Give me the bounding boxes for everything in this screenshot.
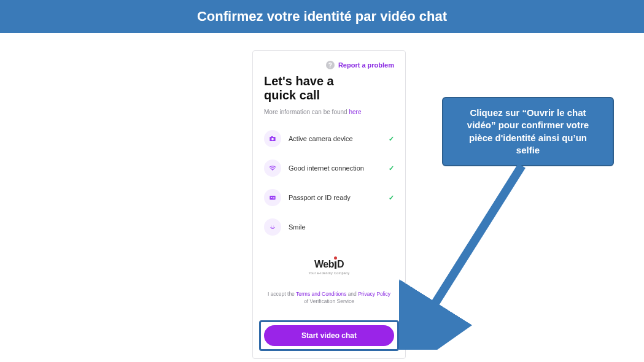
svg-rect-2 xyxy=(271,136,273,137)
instruction-callout: Cliquez sur “Ouvrir le chat vidéo” pour … xyxy=(442,97,614,166)
row-label: Good internet connection xyxy=(289,164,381,172)
svg-point-5 xyxy=(271,197,272,198)
smile-icon xyxy=(264,218,281,236)
svg-rect-7 xyxy=(273,198,274,199)
check-icon: ✓ xyxy=(389,135,394,143)
svg-point-8 xyxy=(271,226,272,226)
top-links: ? Report a problem xyxy=(264,61,394,69)
list-item: Passport or ID ready ✓ xyxy=(264,183,394,212)
terms-link[interactable]: Terms and Conditions xyxy=(296,291,346,297)
row-label: Active camera device xyxy=(289,135,381,142)
banner-title: Confirmez votre identité par vidéo chat xyxy=(197,9,447,24)
check-icon: ✓ xyxy=(389,194,394,202)
svg-point-3 xyxy=(272,170,273,171)
row-label: Smile xyxy=(289,223,387,231)
accept-and: and xyxy=(346,291,358,297)
svg-point-1 xyxy=(271,138,274,141)
brand-logo: WebD Your e-Identity Company xyxy=(264,259,394,275)
arrow-icon xyxy=(399,160,559,350)
list-item: Active camera device ✓ xyxy=(264,124,394,153)
camera-icon xyxy=(264,130,281,147)
help-icon[interactable]: ? xyxy=(326,61,335,69)
callout-line: pièce d'identité ainsi qu’un xyxy=(453,132,603,144)
title-line1: Let's have a xyxy=(264,74,394,88)
privacy-link[interactable]: Privacy Policy xyxy=(358,291,390,297)
more-info-here-link[interactable]: here xyxy=(349,109,361,115)
wifi-icon xyxy=(264,160,281,177)
id-card-icon xyxy=(264,189,281,206)
verification-panel: ? Report a problem Let's have a quick ca… xyxy=(252,50,406,359)
list-item: Good internet connection ✓ xyxy=(264,153,394,183)
brand-i-icon xyxy=(335,260,336,269)
brand-name-right: D xyxy=(337,259,344,269)
callout-line: selfie xyxy=(453,144,603,156)
brand-tagline: Your e-Identity Company xyxy=(264,271,394,275)
svg-rect-6 xyxy=(273,197,274,198)
check-icon: ✓ xyxy=(389,164,394,172)
accept-text: I accept the Terms and Conditions and Pr… xyxy=(264,291,394,306)
svg-point-9 xyxy=(273,226,274,226)
svg-rect-4 xyxy=(270,196,275,199)
svg-line-11 xyxy=(417,166,522,331)
more-info-prefix: More information can be found xyxy=(264,109,349,115)
brand-name-left: Web xyxy=(314,259,334,269)
row-label: Passport or ID ready xyxy=(289,194,381,201)
accept-prefix: I accept the xyxy=(268,291,296,297)
callout-line: Cliquez sur “Ouvrir le chat xyxy=(453,107,603,119)
cta-highlight-box: Start video chat xyxy=(259,320,399,351)
more-info: More information can be found here xyxy=(264,109,394,115)
list-item: Smile xyxy=(264,212,394,242)
banner: Confirmez votre identité par vidéo chat xyxy=(0,0,644,33)
start-video-chat-button[interactable]: Start video chat xyxy=(264,325,394,346)
title-line2: quick call xyxy=(264,88,394,102)
accept-suffix: of Verification Service xyxy=(304,298,354,304)
page-title: Let's have a quick call xyxy=(264,74,394,102)
callout-line: vidéo” pour confirmer votre xyxy=(453,119,603,131)
report-problem-link[interactable]: Report a problem xyxy=(338,61,394,69)
